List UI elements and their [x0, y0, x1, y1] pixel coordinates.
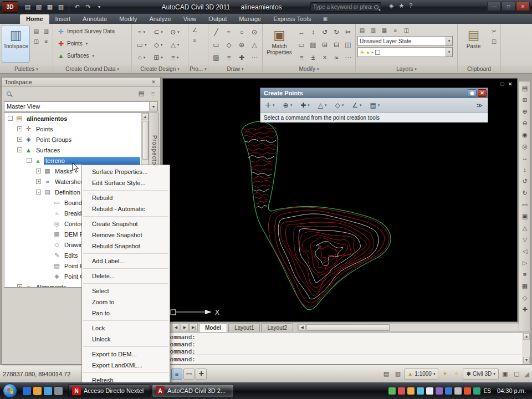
points-import-dropdown[interactable]: ▤▾	[368, 100, 382, 111]
tray-icon[interactable]	[426, 387, 433, 395]
prev-layout-icon[interactable]: ◀	[172, 323, 180, 331]
alignment-tool-icon[interactable]: ≈▾	[134, 26, 150, 38]
view-selector-dropdown[interactable]: Master View ▾	[4, 101, 158, 111]
layout-space-icon[interactable]: ▥	[392, 369, 403, 380]
panel-label-design[interactable]: Create Design▾	[132, 65, 188, 73]
stretch-tool-icon[interactable]: ▭	[296, 39, 307, 51]
tree-item-point-groups[interactable]: +◈Point Groups	[4, 134, 149, 145]
array-tool-icon[interactable]: ⊞	[319, 39, 330, 51]
move-tool-icon[interactable]: ↔	[296, 26, 307, 38]
ribbon-tab-home[interactable]: Home	[20, 14, 49, 24]
hatch-tool-icon[interactable]: ▨	[210, 52, 222, 64]
plus-icon[interactable]: ✚	[520, 304, 530, 315]
expand-icon[interactable]: +	[17, 137, 22, 142]
orbit-icon[interactable]: ◉	[520, 129, 530, 140]
more-modify-icon[interactable]: ⋯	[342, 52, 354, 64]
polyline-tool-icon[interactable]: ≈	[223, 26, 235, 38]
palette-panorama-icon[interactable]: ▤	[136, 89, 146, 99]
tray-icon[interactable]	[473, 387, 480, 395]
scroll-up-icon[interactable]: ▲	[523, 333, 530, 340]
drawing-close-icon[interactable]: ✕	[508, 81, 513, 87]
scrollbar-thumb[interactable]	[306, 324, 390, 331]
rotate-cw-icon[interactable]: ↻	[520, 187, 530, 198]
point-tool-icon[interactable]: ✚	[236, 52, 248, 64]
sheet-set-icon[interactable]: ◫	[32, 37, 41, 46]
line-tool-icon[interactable]: ╱	[210, 26, 222, 38]
redo-icon[interactable]: ↷	[83, 2, 93, 12]
create-points-titlebar[interactable]: Create Points ◉ ✕	[260, 88, 488, 98]
join-tool-icon[interactable]: ≈	[331, 52, 342, 64]
chamfer-tool-icon[interactable]: ±	[308, 52, 319, 64]
ellipse-tool-icon[interactable]: ⊕	[236, 39, 248, 51]
scroll-down-icon[interactable]: ▼	[523, 357, 530, 364]
layer-isolate-icon[interactable]: ▥	[369, 25, 378, 35]
toolbar-lock-icon[interactable]: ▣	[500, 369, 510, 380]
erase-tool-icon[interactable]: ×	[319, 52, 330, 64]
scroll-left-icon[interactable]: ◀	[298, 324, 306, 331]
favorites-icon[interactable]: ★	[398, 2, 404, 9]
tray-icon[interactable]	[417, 387, 424, 395]
profile-tool-icon[interactable]: ⊂▾	[150, 26, 166, 38]
tray-icon[interactable]	[454, 387, 462, 395]
status-menu-icon[interactable]: ◢	[524, 370, 529, 378]
plot-icon[interactable]: ▥	[56, 2, 66, 12]
tab-model[interactable]: Model	[199, 323, 227, 332]
match-properties-button[interactable]: ▣ Match Properties	[264, 25, 294, 63]
offset-tool-icon[interactable]: ⊟	[331, 39, 342, 51]
rotate-tool-icon[interactable]: ↺	[319, 26, 330, 38]
menu-item-export-landxml[interactable]: Export LandXML...	[82, 360, 170, 371]
command-window[interactable]: Command: Command: Command: Command: ▲▼	[162, 332, 531, 365]
command-scrollbar[interactable]: ▲▼	[523, 333, 530, 364]
rectangle-tool-icon[interactable]: ▭	[210, 39, 222, 51]
tray-icon[interactable]	[464, 387, 471, 395]
corridor-tool-icon[interactable]: ⊙▾	[167, 26, 183, 38]
open-icon[interactable]: ▧	[34, 2, 44, 12]
tray-icon[interactable]	[445, 387, 452, 395]
previous-view-icon[interactable]: ◁	[520, 245, 530, 257]
points-misc-dropdown[interactable]: ✛▾	[263, 100, 277, 111]
annotation-visibility-icon[interactable]: ✦	[439, 369, 450, 380]
layer-properties-icon[interactable]: ▤	[357, 25, 367, 35]
triangle-down-icon[interactable]: ▽	[520, 234, 530, 245]
copy-tool-icon[interactable]: ↕	[308, 26, 319, 38]
layer-lock-icon[interactable]: ◫	[402, 25, 411, 35]
grid-tool-icon[interactable]: ⊞	[520, 94, 530, 105]
properties-palette-icon[interactable]: ▤	[32, 27, 41, 36]
fillet-tool-icon[interactable]: ≡	[296, 52, 307, 64]
tool-palettes-icon[interactable]: ▥	[42, 27, 51, 36]
save-icon[interactable]: ▦	[45, 2, 55, 12]
palette-close-icon[interactable]: ✕	[150, 79, 157, 85]
gradient-tool-icon[interactable]: ≡	[223, 52, 235, 64]
menu-item-pan-to[interactable]: Pan to	[82, 308, 170, 319]
panel-label-layers[interactable]: Layers▾	[356, 65, 457, 73]
taskbar-button-autocad[interactable]: A AutoCAD Civil 3D 2...	[152, 384, 234, 397]
menu-item-zoom-to[interactable]: Zoom to	[82, 296, 170, 308]
expand-icon[interactable]: +	[17, 126, 22, 131]
pan-vertical-icon[interactable]: ↕	[520, 164, 530, 175]
parcel-tool-icon[interactable]: ▭▾	[134, 39, 150, 51]
pan-horizontal-icon[interactable]: ↔	[520, 152, 530, 163]
lwt-toggle[interactable]: ▭	[183, 369, 195, 380]
dyn-toggle[interactable]: ≡	[171, 369, 182, 380]
feature-line-tool-icon[interactable]: ≡▾	[167, 52, 183, 64]
section-view-icon[interactable]: ≡	[190, 35, 200, 45]
collapse-icon[interactable]: -	[36, 190, 41, 195]
paste-button[interactable]: ▤ Paste	[459, 25, 488, 63]
tree-item-points[interactable]: +✛Points	[4, 124, 149, 134]
cut-icon[interactable]: ✂	[489, 27, 499, 36]
next-layout-icon[interactable]: ▶	[181, 323, 189, 331]
zoom-out-icon[interactable]: ⊖	[520, 117, 530, 129]
diamond-icon[interactable]: ◇	[520, 292, 530, 303]
pointer-tool-icon[interactable]: ▤	[520, 83, 530, 94]
points-slope-dropdown[interactable]: ∠▾	[350, 100, 364, 111]
ribbon-tab-express-tools[interactable]: Express Tools	[267, 14, 317, 24]
start-button[interactable]	[3, 383, 17, 398]
palette-titlebar[interactable]: Toolspace ✕	[2, 78, 160, 87]
circle-tool-icon[interactable]: ○	[236, 26, 248, 38]
command-prompt[interactable]: Command:	[164, 355, 521, 363]
intersection-tool-icon[interactable]: ⊞▾	[150, 52, 166, 64]
collapse-icon[interactable]: -	[8, 116, 13, 121]
annotation-scale-button[interactable]: ▲1:1000▾	[404, 369, 438, 380]
triangle-up-icon[interactable]: △	[520, 222, 530, 233]
arc-tool-icon[interactable]: ⊙	[248, 26, 260, 38]
